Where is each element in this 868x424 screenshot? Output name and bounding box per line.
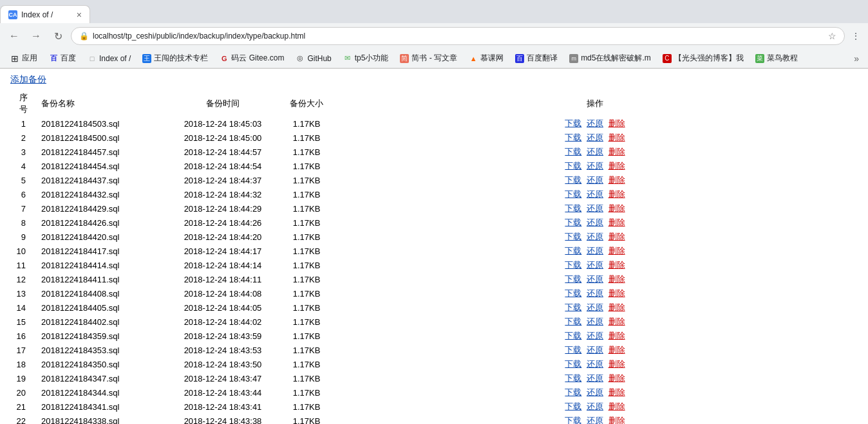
- download-link[interactable]: 下载: [565, 133, 581, 142]
- download-link[interactable]: 下载: [565, 203, 581, 213]
- restore-link[interactable]: 还原: [587, 416, 603, 424]
- bookmark-gitee[interactable]: G 码云 Gitee.com: [214, 51, 289, 66]
- restore-link[interactable]: 还原: [587, 387, 603, 397]
- restore-link[interactable]: 还原: [587, 217, 603, 227]
- delete-link[interactable]: 删除: [609, 288, 625, 298]
- reload-button[interactable]: ↻: [49, 27, 67, 45]
- bookmark-muke[interactable]: ▲ 慕课网: [464, 51, 509, 66]
- restore-link[interactable]: 还原: [587, 175, 603, 185]
- delete-link[interactable]: 删除: [609, 189, 625, 199]
- col-header-time: 备份时间: [165, 91, 281, 116]
- bookmark-wangjian[interactable]: 王 王闯的技术专栏: [137, 51, 213, 66]
- download-link[interactable]: 下载: [565, 373, 581, 383]
- download-link[interactable]: 下载: [565, 246, 581, 255]
- restore-link[interactable]: 还原: [587, 189, 603, 199]
- cell-time: 2018-12-24 18:44:54: [165, 159, 281, 173]
- download-link[interactable]: 下载: [565, 288, 581, 298]
- add-backup-link[interactable]: 添加备份: [10, 74, 858, 86]
- delete-link[interactable]: 删除: [609, 302, 625, 312]
- delete-link[interactable]: 删除: [609, 345, 625, 355]
- restore-link[interactable]: 还原: [587, 359, 603, 369]
- address-bar[interactable]: 🔒 localhost/tp_ceshi/public/index/backup…: [71, 27, 845, 45]
- restore-link[interactable]: 还原: [587, 133, 603, 142]
- extensions-button[interactable]: ⋮: [849, 28, 863, 44]
- delete-link[interactable]: 删除: [609, 317, 625, 326]
- restore-link[interactable]: 还原: [587, 274, 603, 284]
- bookmark-apps[interactable]: ⊞ 应用: [5, 51, 42, 66]
- download-link[interactable]: 下载: [565, 387, 581, 397]
- delete-link[interactable]: 删除: [609, 217, 625, 227]
- delete-link[interactable]: 删除: [609, 416, 625, 424]
- bookmark-guangtou[interactable]: C 【光头强的博客】我: [657, 51, 749, 66]
- delete-link[interactable]: 删除: [609, 274, 625, 284]
- bookmark-star-button[interactable]: ☆: [828, 31, 836, 41]
- cell-no: 12: [10, 272, 36, 286]
- cell-size: 1.17KB: [281, 131, 332, 145]
- delete-link[interactable]: 删除: [609, 203, 625, 213]
- download-link[interactable]: 下载: [565, 147, 581, 156]
- tab-close-button[interactable]: ×: [77, 10, 82, 20]
- restore-link[interactable]: 还原: [587, 246, 603, 255]
- delete-link[interactable]: 删除: [609, 401, 625, 411]
- download-link[interactable]: 下载: [565, 317, 581, 326]
- download-link[interactable]: 下载: [565, 416, 581, 424]
- forward-button[interactable]: →: [27, 27, 45, 45]
- download-link[interactable]: 下载: [565, 189, 581, 199]
- restore-link[interactable]: 还原: [587, 260, 603, 270]
- bookmark-baidu[interactable]: 百 百度: [44, 51, 81, 66]
- bookmarks-more-button[interactable]: »: [850, 52, 863, 65]
- download-link[interactable]: 下载: [565, 260, 581, 270]
- restore-link[interactable]: 还原: [587, 203, 603, 213]
- download-link[interactable]: 下载: [565, 401, 581, 411]
- delete-link[interactable]: 删除: [609, 161, 625, 171]
- delete-link[interactable]: 删除: [609, 175, 625, 185]
- delete-link[interactable]: 删除: [609, 387, 625, 397]
- delete-link[interactable]: 删除: [609, 118, 625, 128]
- browser-tab[interactable]: CA Index of / ×: [0, 5, 90, 23]
- download-link[interactable]: 下载: [565, 161, 581, 171]
- restore-link[interactable]: 还原: [587, 373, 603, 383]
- cell-name: 20181224184429.sql: [36, 201, 165, 216]
- delete-link[interactable]: 删除: [609, 246, 625, 255]
- bookmark-jian[interactable]: 简 简书 - 写文章: [395, 51, 462, 66]
- delete-link[interactable]: 删除: [609, 260, 625, 270]
- delete-link[interactable]: 删除: [609, 232, 625, 241]
- restore-link[interactable]: 还原: [587, 331, 603, 340]
- download-link[interactable]: 下载: [565, 345, 581, 355]
- restore-link[interactable]: 还原: [587, 161, 603, 171]
- restore-link[interactable]: 还原: [587, 302, 603, 312]
- delete-link[interactable]: 删除: [609, 133, 625, 142]
- restore-link[interactable]: 还原: [587, 232, 603, 241]
- download-link[interactable]: 下载: [565, 302, 581, 312]
- bookmark-md5[interactable]: m md5在线解密破解.m: [564, 51, 656, 66]
- restore-link[interactable]: 还原: [587, 345, 603, 355]
- bookmark-index[interactable]: □ Index of /: [82, 51, 136, 66]
- delete-link[interactable]: 删除: [609, 373, 625, 383]
- cell-time: 2018-12-24 18:43:50: [165, 357, 281, 371]
- cell-no: 5: [10, 173, 36, 187]
- cell-actions: 下载 还原 删除: [332, 216, 858, 230]
- restore-link[interactable]: 还原: [587, 317, 603, 326]
- bookmark-runoob[interactable]: 菜 菜鸟教程: [750, 51, 803, 66]
- delete-link[interactable]: 删除: [609, 331, 625, 340]
- restore-link[interactable]: 还原: [587, 288, 603, 298]
- download-link[interactable]: 下载: [565, 175, 581, 185]
- bookmark-baidufan[interactable]: 百 百度翻译: [510, 51, 563, 66]
- download-link[interactable]: 下载: [565, 274, 581, 284]
- restore-link[interactable]: 还原: [587, 118, 603, 128]
- download-link[interactable]: 下载: [565, 331, 581, 340]
- delete-link[interactable]: 删除: [609, 147, 625, 156]
- bookmark-github[interactable]: ◎ GitHub: [290, 51, 336, 66]
- download-link[interactable]: 下载: [565, 359, 581, 369]
- cell-actions: 下载 还原 删除: [332, 173, 858, 187]
- back-button[interactable]: ←: [5, 27, 23, 45]
- cell-no: 22: [10, 414, 36, 424]
- restore-link[interactable]: 还原: [587, 401, 603, 411]
- bookmark-tp5[interactable]: ✉ tp5小功能: [338, 51, 394, 66]
- download-link[interactable]: 下载: [565, 217, 581, 227]
- restore-link[interactable]: 还原: [587, 147, 603, 156]
- cell-actions: 下载 还原 删除: [332, 272, 858, 286]
- delete-link[interactable]: 删除: [609, 359, 625, 369]
- download-link[interactable]: 下载: [565, 118, 581, 128]
- download-link[interactable]: 下载: [565, 232, 581, 241]
